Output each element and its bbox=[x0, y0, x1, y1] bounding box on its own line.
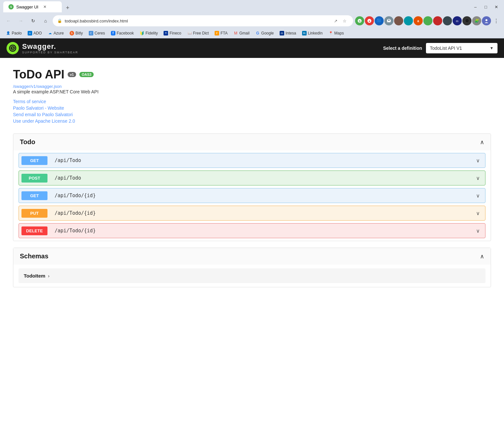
bookmark-fidelity[interactable]: 🔰 Fidelity bbox=[137, 30, 160, 36]
bookmark-bitly-label: Bitly bbox=[75, 31, 83, 35]
schemas-section-header[interactable]: Schemas ∧ bbox=[13, 248, 491, 265]
tab-favicon: S bbox=[8, 4, 14, 9]
bookmark-facebook-icon: f bbox=[111, 31, 115, 35]
browser-tab[interactable]: S Swagger UI ✕ bbox=[3, 1, 62, 12]
bookmark-google[interactable]: G Google bbox=[253, 30, 276, 36]
bookmark-linkedin[interactable]: in LinkedIn bbox=[299, 30, 325, 36]
ext-icon-3[interactable]: 🟦 bbox=[375, 16, 384, 25]
endpoint-path-get-todo-id: /api/Todo/{id} bbox=[50, 193, 471, 198]
endpoint-path-delete-todo-id: /api/Todo/{id} bbox=[50, 228, 471, 234]
url-bar[interactable]: 🔒 todoapl.babosbird.com/index.html ↗ ☆ bbox=[53, 15, 353, 26]
ext-icon-7[interactable]: a bbox=[414, 16, 423, 25]
ext-icon-5[interactable] bbox=[394, 16, 403, 25]
method-badge-get-2: GET bbox=[21, 191, 47, 200]
email-link[interactable]: Send email to Paolo Salvatori bbox=[13, 112, 491, 117]
schemas-body: TodoItem › bbox=[13, 265, 491, 287]
window-controls: – □ ✕ bbox=[471, 2, 501, 11]
bookmark-fineco-icon: Fi bbox=[164, 31, 168, 35]
endpoint-chevron-4: ∨ bbox=[471, 210, 485, 216]
tab-close-button[interactable]: ✕ bbox=[42, 4, 47, 9]
ext-icon-4[interactable] bbox=[384, 16, 393, 25]
api-description: A simple example ASP.NET Core Web API bbox=[13, 89, 491, 94]
bookmark-intesa[interactable]: m Intesa bbox=[277, 30, 299, 36]
svg-text:🟦: 🟦 bbox=[377, 19, 381, 23]
schemas-section: Schemas ∧ TodoItem › bbox=[13, 248, 491, 287]
svg-point-13 bbox=[445, 19, 449, 23]
website-link[interactable]: Paolo Salvatori - Website bbox=[13, 105, 491, 111]
close-button[interactable]: ✕ bbox=[492, 2, 501, 11]
bookmark-intesa-label: Intesa bbox=[285, 31, 296, 35]
swagger-header: S Swagger. SUPPORTED BY SMARTBEAR Select… bbox=[0, 38, 504, 58]
bookmark-gmail[interactable]: M Gmail bbox=[231, 30, 252, 36]
reload-button[interactable]: ↻ bbox=[28, 16, 38, 26]
endpoint-get-todo-id[interactable]: GET /api/Todo/{id} ∨ bbox=[19, 188, 485, 203]
ext-icon-6[interactable] bbox=[404, 16, 413, 25]
swagger-sub-text: SUPPORTED BY SMARTBEAR bbox=[22, 51, 78, 54]
minimize-button[interactable]: – bbox=[471, 2, 480, 11]
ext-icon-2[interactable]: ● bbox=[365, 16, 374, 25]
bookmark-linkedin-label: LinkedIn bbox=[308, 31, 323, 35]
terms-of-service-link[interactable]: Terms of service bbox=[13, 99, 491, 104]
maximize-button[interactable]: □ bbox=[481, 2, 490, 11]
todo-section: Todo ∧ GET /api/Todo ∨ POST /api/Todo ∨ bbox=[13, 133, 491, 241]
schemas-section-chevron: ∧ bbox=[480, 253, 484, 260]
new-tab-button[interactable]: + bbox=[63, 3, 72, 12]
ext-icon-1[interactable]: S bbox=[355, 16, 364, 25]
bookmark-freedict[interactable]: 📖 Free Dict bbox=[185, 30, 212, 36]
ext-icon-9[interactable] bbox=[433, 16, 442, 25]
swagger-definition-select[interactable]: TodoList API V1 bbox=[426, 43, 497, 53]
ext-icon-11[interactable]: m bbox=[453, 16, 462, 25]
endpoint-path-put-todo-id: /api/Todo/{id} bbox=[50, 210, 471, 216]
url-text: todoapl.babosbird.com/index.html bbox=[65, 19, 329, 23]
bookmark-bitly-icon: b bbox=[70, 31, 74, 35]
endpoint-chevron-1: ∨ bbox=[471, 157, 485, 164]
bookmark-maps-icon: 📍 bbox=[328, 31, 333, 35]
svg-text:S: S bbox=[12, 47, 14, 50]
bookmark-azure[interactable]: ☁ Azure bbox=[45, 30, 66, 36]
svg-text:S: S bbox=[359, 20, 361, 23]
bookmark-facebook[interactable]: f Facebook bbox=[108, 30, 137, 36]
endpoint-delete-todo-id[interactable]: DELETE /api/Todo/{id} ∨ bbox=[19, 223, 485, 238]
bookmark-bitly[interactable]: b Bitly bbox=[67, 30, 86, 36]
bookmark-azure-icon: ☁ bbox=[48, 31, 52, 35]
endpoint-post-todo[interactable]: POST /api/Todo ∨ bbox=[19, 171, 485, 185]
home-button[interactable]: ⌂ bbox=[40, 16, 51, 26]
endpoint-chevron-5: ∨ bbox=[471, 228, 485, 234]
method-badge-delete: DELETE bbox=[21, 226, 47, 235]
schema-item-todoitem[interactable]: TodoItem › bbox=[19, 268, 485, 283]
bookmark-icon[interactable]: ☆ bbox=[341, 17, 349, 25]
todo-section-chevron: ∧ bbox=[480, 139, 484, 146]
bookmark-paolo[interactable]: 👤 Paolo bbox=[3, 30, 24, 36]
bookmark-paolo-label: Paolo bbox=[12, 31, 22, 35]
svg-point-7 bbox=[397, 19, 401, 23]
todo-section-title: Todo bbox=[20, 138, 35, 146]
bookmark-fta[interactable]: F FTA bbox=[212, 30, 230, 36]
bookmark-ceres[interactable]: C Ceres bbox=[86, 30, 108, 36]
endpoint-get-todo[interactable]: GET /api/Todo ∨ bbox=[19, 153, 485, 168]
extension-icons: S ● 🟦 a bbox=[355, 16, 501, 25]
ext-icon-8[interactable] bbox=[423, 16, 432, 25]
back-button[interactable]: ← bbox=[3, 16, 14, 26]
bookmark-fineco[interactable]: Fi Fineco bbox=[161, 30, 184, 36]
forward-button[interactable]: → bbox=[16, 16, 26, 26]
menu-button[interactable]: ⋮ bbox=[492, 16, 501, 25]
bookmark-ado[interactable]: A ADO bbox=[25, 30, 45, 36]
bookmark-google-label: Google bbox=[261, 31, 274, 35]
share-icon[interactable]: ↗ bbox=[332, 17, 339, 25]
bookmark-freedict-icon: 📖 bbox=[187, 31, 192, 35]
bookmark-azure-label: Azure bbox=[54, 31, 64, 35]
endpoints-list: GET /api/Todo ∨ POST /api/Todo ∨ GET /ap… bbox=[13, 150, 491, 241]
svg-point-8 bbox=[406, 19, 410, 23]
bookmark-maps[interactable]: 📍 Maps bbox=[326, 30, 346, 36]
bookmark-ceres-icon: C bbox=[89, 31, 93, 35]
ext-icon-14[interactable] bbox=[482, 16, 491, 25]
ext-icon-12[interactable]: ⚙ bbox=[462, 16, 471, 25]
todo-section-header[interactable]: Todo ∧ bbox=[13, 134, 491, 150]
license-link[interactable]: Use under Apache License 2.0 bbox=[13, 118, 491, 124]
api-url-link[interactable]: /swagger/v1/swagger.json bbox=[13, 84, 62, 89]
endpoint-put-todo-id[interactable]: PUT /api/Todo/{id} ∨ bbox=[19, 206, 485, 221]
ext-icon-13[interactable]: 🧩 bbox=[472, 16, 481, 25]
ext-icon-10[interactable] bbox=[443, 16, 452, 25]
bookmark-ado-icon: A bbox=[28, 31, 32, 35]
bookmark-fta-label: FTA bbox=[220, 31, 228, 35]
